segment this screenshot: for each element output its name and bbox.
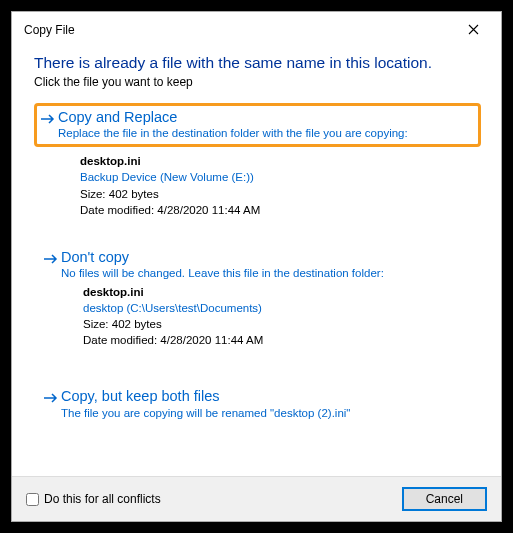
arrow-right-icon xyxy=(43,391,59,408)
option-copy-replace[interactable]: Copy and Replace Replace the file in the… xyxy=(34,103,481,147)
titlebar: Copy File xyxy=(12,12,501,46)
dialog-content: There is already a file with the same na… xyxy=(12,46,501,476)
all-conflicts-checkbox[interactable] xyxy=(26,493,39,506)
sub-heading: Click the file you want to keep xyxy=(34,75,481,89)
option-desc: The file you are copying will be renamed… xyxy=(61,406,350,421)
option-header: Copy, but keep both files The file you a… xyxy=(43,388,470,420)
file-name: desktop.ini xyxy=(83,284,470,300)
file-details-copy-replace: desktop.ini Backup Device (New Volume (E… xyxy=(80,153,481,217)
file-modified: Date modified: 4/28/2020 11:44 AM xyxy=(83,332,470,348)
main-heading: There is already a file with the same na… xyxy=(34,54,481,72)
arrow-right-icon xyxy=(40,112,56,129)
all-conflicts-checkbox-label[interactable]: Do this for all conflicts xyxy=(26,492,161,506)
option-dont-copy[interactable]: Don't copy No files will be changed. Lea… xyxy=(34,240,481,358)
file-size: Size: 402 bytes xyxy=(80,186,481,202)
option-header: Copy and Replace Replace the file in the… xyxy=(40,109,473,141)
file-location: Backup Device (New Volume (E:)) xyxy=(80,169,481,185)
dialog-footer: Do this for all conflicts Cancel xyxy=(12,476,501,521)
cancel-button[interactable]: Cancel xyxy=(402,487,487,511)
file-name: desktop.ini xyxy=(80,153,481,169)
checkbox-text: Do this for all conflicts xyxy=(44,492,161,506)
close-icon xyxy=(468,22,479,38)
file-size: Size: 402 bytes xyxy=(83,316,470,332)
option-desc: Replace the file in the destination fold… xyxy=(58,126,408,141)
option-title: Don't copy xyxy=(61,249,384,266)
option-title: Copy, but keep both files xyxy=(61,388,350,405)
option-desc: No files will be changed. Leave this fil… xyxy=(61,266,384,281)
option-title: Copy and Replace xyxy=(58,109,408,126)
copy-file-dialog: Copy File There is already a file with t… xyxy=(11,11,502,522)
arrow-right-icon xyxy=(43,252,59,269)
option-header: Don't copy No files will be changed. Lea… xyxy=(43,249,470,281)
file-location: desktop (C:\Users\test\Documents) xyxy=(83,300,470,316)
dialog-title: Copy File xyxy=(24,23,75,37)
option-keep-both[interactable]: Copy, but keep both files The file you a… xyxy=(34,379,481,429)
close-button[interactable] xyxy=(453,18,493,42)
file-modified: Date modified: 4/28/2020 11:44 AM xyxy=(80,202,481,218)
file-details-dont-copy: desktop.ini desktop (C:\Users\test\Docum… xyxy=(83,284,470,348)
